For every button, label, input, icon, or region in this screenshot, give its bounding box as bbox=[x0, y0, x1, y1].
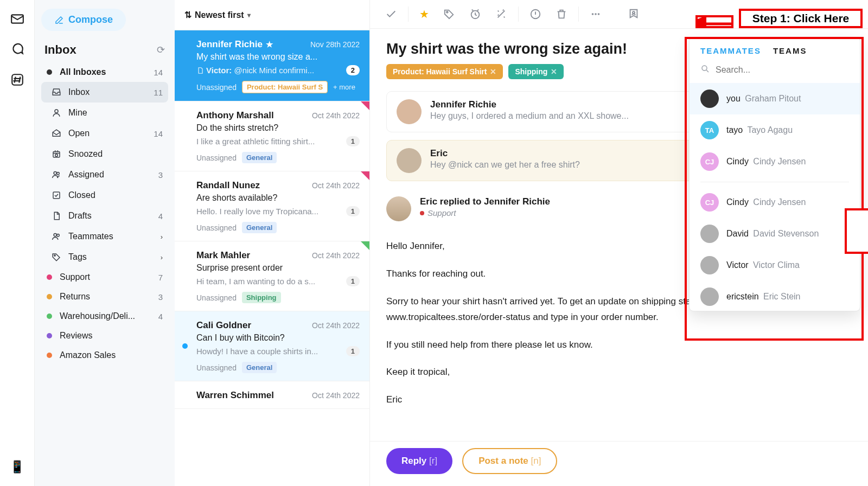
sidebar-item[interactable]: Inbox11 bbox=[41, 82, 168, 103]
conversation-list: ⇅ Newest first ▾ Jennifer Richie ★Nov 28… bbox=[175, 0, 370, 486]
conversation-item[interactable]: Randall NunezOct 24th 2022Are shorts ava… bbox=[175, 171, 369, 241]
conversation-item[interactable]: Cali GoldnerOct 24th 2022Can I buy with … bbox=[175, 311, 369, 381]
sidebar-item[interactable]: All Inboxes14 bbox=[41, 62, 168, 82]
mail-icon[interactable] bbox=[10, 12, 24, 26]
sidebar-nav: All Inboxes14Inbox11MineOpen14SnoozedAss… bbox=[41, 62, 168, 365]
assign-row[interactable]: CJ Cindy Cindy Jensen bbox=[690, 187, 860, 218]
sidebar-item-label: Support bbox=[60, 272, 158, 282]
sort-dropdown[interactable]: ⇅ Newest first ▾ bbox=[175, 0, 369, 30]
conversation-sender: Randall Nunez bbox=[196, 180, 260, 191]
sidebar-item-label: All Inboxes bbox=[60, 67, 154, 77]
conversation-subject: Are shorts available? bbox=[196, 193, 360, 203]
sidebar-item[interactable]: Teammates› bbox=[41, 226, 168, 247]
star-icon[interactable]: ★ bbox=[419, 8, 429, 21]
sidebar-item[interactable]: Warehousing/Deli...4 bbox=[41, 306, 168, 326]
close-icon[interactable]: ✕ bbox=[490, 67, 496, 76]
conversation-item[interactable]: Warren SchimmelOct 24th 2022 bbox=[175, 381, 369, 409]
assign-name: Cindy Cindy Jensen bbox=[726, 157, 806, 167]
hash-icon[interactable] bbox=[10, 73, 24, 87]
sidebar-item-label: Snoozed bbox=[68, 149, 163, 159]
sidebar-item[interactable]: Open14 bbox=[41, 123, 168, 144]
device-icon[interactable]: 📱 bbox=[10, 460, 24, 474]
sort-icon: ⇅ bbox=[184, 10, 192, 20]
sidebar-item[interactable]: Snoozed bbox=[41, 144, 168, 164]
sidebar-item-count: 3 bbox=[158, 170, 163, 180]
message-tag[interactable]: Shipping ✕ bbox=[508, 64, 564, 79]
inbox-icon bbox=[51, 87, 62, 98]
sidebar-title: Inbox bbox=[44, 43, 76, 57]
assign-row[interactable]: CJ Cindy Cindy Jensen bbox=[690, 146, 860, 177]
sidebar-item-count: 14 bbox=[154, 68, 163, 77]
conversation-snippet: Victor: @nick Mind confirmi... bbox=[196, 66, 314, 75]
avatar bbox=[700, 256, 719, 274]
sidebar-item[interactable]: Reviews bbox=[41, 326, 168, 346]
assign-row[interactable]: David David Stevenson bbox=[690, 218, 860, 250]
person-icon bbox=[51, 107, 62, 118]
tab-teammates[interactable]: TEAMMATES bbox=[700, 46, 761, 55]
assign-row[interactable]: TA tayo Tayo Agagu bbox=[690, 114, 860, 146]
conversation-date: Oct 24th 2022 bbox=[312, 111, 360, 120]
assign-row[interactable]: Victor Victor Clima bbox=[690, 250, 860, 281]
message-tag[interactable]: Product: Hawaii Surf Shirt ✕ bbox=[386, 64, 503, 79]
message-body-line: If you still need help from there please… bbox=[386, 337, 788, 353]
trash-icon[interactable] bbox=[556, 8, 567, 20]
more-icon[interactable] bbox=[590, 8, 602, 20]
close-icon[interactable]: ✕ bbox=[551, 67, 557, 76]
tags-icon bbox=[51, 252, 62, 263]
snooze-icon[interactable] bbox=[469, 8, 481, 20]
sidebar-item[interactable]: Drafts4 bbox=[41, 206, 168, 226]
post-note-button[interactable]: Post a note [n] bbox=[462, 448, 557, 474]
sidebar-item[interactable]: Closed bbox=[41, 185, 168, 206]
sidebar-item[interactable]: Returns3 bbox=[41, 287, 168, 306]
conversation-sender: Warren Schimmel bbox=[196, 390, 274, 401]
compose-button[interactable]: Compose bbox=[41, 9, 126, 31]
assign-row[interactable]: you Graham Pitout bbox=[690, 83, 860, 114]
refresh-icon[interactable]: ⟳ bbox=[157, 44, 165, 56]
conversation-item[interactable]: Anthony MarshallOct 24th 2022Do the shir… bbox=[175, 101, 369, 171]
conversation-tag: Product: Hawaii Surf S bbox=[242, 81, 328, 93]
conversation-assignment: Unassigned bbox=[196, 83, 237, 92]
tag-icon[interactable] bbox=[443, 8, 455, 20]
sidebar-item-label: Open bbox=[68, 129, 154, 138]
sidebar-item[interactable]: Mine bbox=[41, 103, 168, 123]
conversation-assignment: Unassigned bbox=[196, 293, 237, 302]
ticket-number: #81 bbox=[839, 10, 853, 19]
conversation-assignment: Unassigned bbox=[196, 223, 237, 232]
conversation-sender: Cali Goldner bbox=[196, 320, 251, 331]
compose-label: Compose bbox=[68, 14, 113, 25]
alert-icon[interactable] bbox=[529, 8, 541, 20]
chat-icon[interactable] bbox=[10, 42, 24, 56]
sidebar-item[interactable]: Tags› bbox=[41, 247, 168, 267]
sidebar-item-label: Inbox bbox=[68, 87, 154, 97]
avatar: CJ bbox=[700, 193, 719, 212]
assign-row[interactable]: ericstein Eric Stein bbox=[690, 281, 860, 311]
icon-rail: 📱 bbox=[0, 0, 35, 486]
conversation-tag: General bbox=[242, 222, 277, 233]
conversation-assignment: Unassigned bbox=[196, 154, 237, 162]
avatar bbox=[397, 148, 422, 173]
conversation-snippet: Howdy! I have a couple shirts in... bbox=[196, 347, 318, 356]
magic-icon[interactable] bbox=[495, 8, 507, 20]
assign-search-input[interactable] bbox=[716, 65, 849, 75]
conversation-count-badge: 1 bbox=[346, 206, 360, 216]
svg-point-16 bbox=[598, 13, 600, 15]
sidebar-item[interactable]: Amazon Sales bbox=[41, 346, 168, 365]
check-icon[interactable] bbox=[385, 8, 397, 20]
sidebar-item-count: 3 bbox=[158, 292, 163, 302]
assign-name: Cindy Cindy Jensen bbox=[726, 197, 806, 207]
conversation-date: Oct 24th 2022 bbox=[312, 391, 360, 400]
conversation-count-badge: 1 bbox=[346, 136, 360, 146]
conversation-item[interactable]: Jennifer Richie ★Nov 28th 2022My shirt w… bbox=[175, 30, 369, 101]
sidebar-item-label: Reviews bbox=[60, 331, 163, 341]
card-snippet: Hey @nick can we get her a free shirt? bbox=[430, 160, 580, 170]
tab-teams[interactable]: TEAMS bbox=[773, 46, 807, 55]
conversation-item[interactable]: Mark MahlerOct 24th 2022Surprise present… bbox=[175, 241, 369, 311]
sidebar-item-count: 11 bbox=[154, 88, 163, 97]
reply-button[interactable]: Reply [r] bbox=[386, 448, 452, 474]
conversation-assignment: Unassigned bbox=[196, 363, 237, 372]
svg-rect-7 bbox=[53, 192, 60, 199]
assign-icon[interactable] bbox=[628, 8, 640, 20]
star-icon: ★ bbox=[266, 40, 273, 49]
sidebar-item[interactable]: Support7 bbox=[41, 267, 168, 287]
sidebar-item[interactable]: Assigned3 bbox=[41, 164, 168, 185]
